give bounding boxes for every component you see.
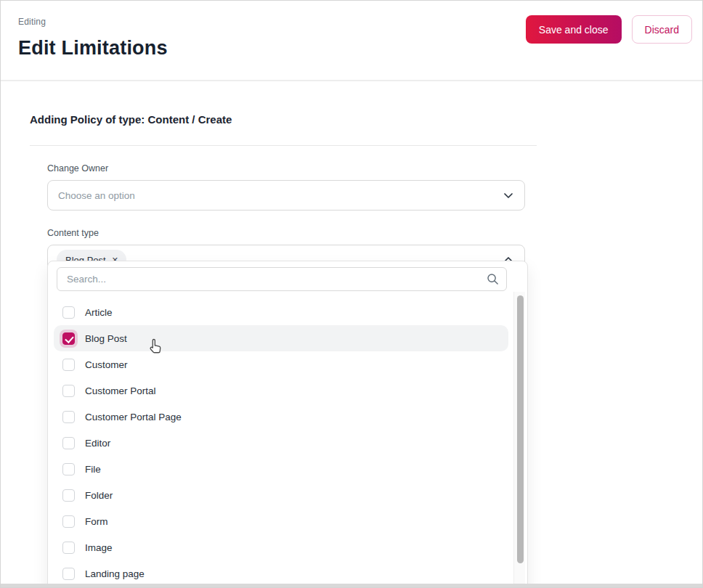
- page-title: Edit Limitations: [18, 37, 168, 60]
- dropdown-option-customer[interactable]: Customer: [54, 351, 508, 377]
- option-label: Editor: [85, 438, 110, 449]
- option-label: Article: [85, 307, 113, 318]
- page-header: Editing Edit Limitations Save and close …: [1, 1, 702, 81]
- chevron-down-icon: [503, 189, 514, 201]
- dropdown-option-folder[interactable]: Folder: [54, 482, 508, 508]
- section-divider: [30, 145, 537, 146]
- section-heading: Adding Policy of type: Content / Create: [30, 113, 702, 126]
- checkbox-icon[interactable]: [62, 332, 75, 345]
- header-actions: Save and close Discard: [526, 15, 692, 44]
- checkbox-icon[interactable]: [62, 489, 75, 502]
- search-icon: [487, 273, 499, 285]
- save-and-close-button[interactable]: Save and close: [526, 15, 622, 44]
- breadcrumb: Editing: [18, 17, 168, 27]
- change-owner-label: Change Owner: [47, 163, 702, 173]
- content-type-label: Content type: [47, 228, 702, 238]
- dropdown-option-customer-portal-page[interactable]: Customer Portal Page: [54, 404, 508, 430]
- policy-form: Adding Policy of type: Content / Create …: [1, 81, 702, 275]
- checkbox-icon[interactable]: [62, 385, 75, 397]
- option-label: Customer Portal: [85, 385, 156, 396]
- dropdown-scrollbar[interactable]: [513, 292, 525, 588]
- option-label: File: [85, 464, 101, 475]
- option-label: Blog Post: [85, 333, 127, 344]
- dropdown-option-editor[interactable]: Editor: [54, 430, 508, 456]
- dropdown-option-blog-post[interactable]: Blog Post: [54, 325, 508, 351]
- checkbox-icon[interactable]: [62, 359, 75, 371]
- option-label: Image: [85, 542, 113, 553]
- option-label: Customer Portal Page: [85, 412, 182, 422]
- option-label: Customer: [85, 359, 128, 370]
- option-label: Landing page: [85, 568, 145, 579]
- discard-button[interactable]: Discard: [632, 15, 692, 44]
- checkbox-icon[interactable]: [62, 568, 75, 580]
- scrollbar-thumb[interactable]: [517, 295, 524, 563]
- dropdown-option-landing-page[interactable]: Landing page: [54, 560, 508, 587]
- checkbox-icon[interactable]: [62, 542, 75, 554]
- dropdown-option-form[interactable]: Form: [54, 508, 508, 534]
- dropdown-option-file[interactable]: File: [54, 456, 508, 482]
- option-label: Folder: [85, 490, 113, 501]
- option-label: Form: [85, 516, 108, 527]
- change-owner-placeholder: Choose an option: [58, 190, 135, 201]
- dropdown-search: [57, 267, 507, 291]
- dropdown-options-list: Article Blog Post Customer Customer Port…: [54, 299, 508, 587]
- checkbox-icon[interactable]: [62, 515, 75, 528]
- search-input[interactable]: [57, 267, 507, 291]
- header-titles: Editing Edit Limitations: [18, 17, 168, 60]
- checkbox-icon[interactable]: [62, 306, 75, 319]
- checkbox-icon[interactable]: [62, 463, 75, 475]
- bottom-edge: [1, 584, 702, 587]
- dropdown-option-customer-portal[interactable]: Customer Portal: [54, 377, 508, 404]
- checkbox-icon[interactable]: [62, 411, 75, 423]
- edit-limitations-page: Editing Edit Limitations Save and close …: [0, 0, 703, 588]
- change-owner-select[interactable]: Choose an option: [47, 180, 525, 211]
- checkbox-icon[interactable]: [62, 437, 75, 449]
- content-type-dropdown: Article Blog Post Customer Customer Port…: [47, 261, 528, 588]
- dropdown-option-article[interactable]: Article: [54, 299, 508, 325]
- dropdown-option-image[interactable]: Image: [54, 534, 508, 560]
